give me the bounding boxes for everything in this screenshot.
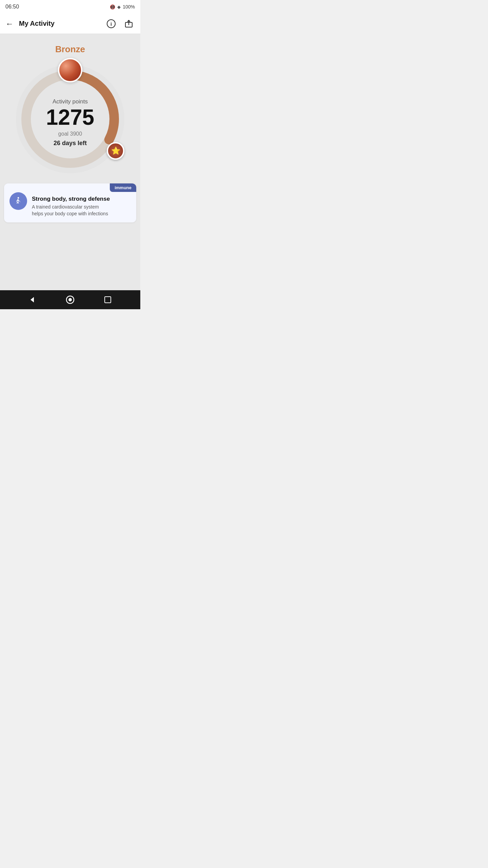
immune-badge: immune — [110, 183, 136, 192]
info-card: immune Strong body, strong defense A tra… — [4, 183, 136, 222]
home-nav-button[interactable] — [63, 293, 77, 307]
share-icon — [124, 19, 134, 28]
svg-point-9 — [18, 197, 19, 199]
points-label: Activity points — [53, 98, 88, 105]
ring-center-content: Activity points 1275 goal 3900 26 days l… — [46, 98, 94, 147]
info-button[interactable]: i — [105, 18, 117, 30]
back-button[interactable]: ← — [5, 19, 14, 28]
home-nav-icon — [65, 295, 75, 304]
star-icon: ⭐ — [111, 146, 120, 155]
svg-marker-12 — [30, 297, 34, 302]
progress-ring-container: ⭐ Activity points 1275 goal 3900 26 days… — [13, 61, 128, 177]
svg-text:i: i — [110, 21, 112, 27]
status-icons: 📵 ◆ 100% — [110, 4, 135, 9]
star-badge: ⭐ — [107, 142, 124, 160]
svg-rect-15 — [105, 297, 111, 303]
recents-nav-icon — [104, 296, 112, 304]
level-label: Bronze — [55, 44, 85, 55]
sim-icon: 📵 — [110, 4, 115, 9]
goal-text: goal 3900 — [58, 131, 82, 137]
share-button[interactable] — [123, 18, 135, 30]
page-title: My Activity — [19, 20, 105, 27]
points-value: 1275 — [46, 106, 94, 128]
svg-line-11 — [20, 200, 20, 202]
nav-actions: i — [105, 18, 135, 30]
card-title: Strong body, strong defense — [32, 196, 110, 202]
back-nav-icon — [28, 296, 37, 304]
bottom-nav — [0, 290, 140, 309]
status-time: 06:50 — [5, 4, 19, 10]
info-icon: i — [106, 19, 116, 28]
svg-point-14 — [68, 298, 72, 301]
status-bar: 06:50 📵 ◆ 100% — [0, 0, 140, 14]
days-left: 26 days left — [54, 140, 87, 147]
card-text: Strong body, strong defense A trained ca… — [32, 196, 131, 217]
back-nav-button[interactable] — [26, 293, 39, 307]
level-section: Bronze ⭐ — [0, 34, 140, 177]
activity-person-icon — [14, 196, 23, 206]
card-description: A trained cardiovascular system helps yo… — [32, 204, 110, 217]
main-content: Bronze ⭐ — [0, 34, 140, 290]
bronze-gem-icon — [58, 58, 82, 82]
battery-level: 100% — [123, 4, 135, 9]
nav-bar: ← My Activity i — [0, 14, 140, 34]
recents-nav-button[interactable] — [101, 293, 115, 307]
card-icon — [9, 192, 27, 210]
wifi-icon: ◆ — [117, 4, 121, 9]
